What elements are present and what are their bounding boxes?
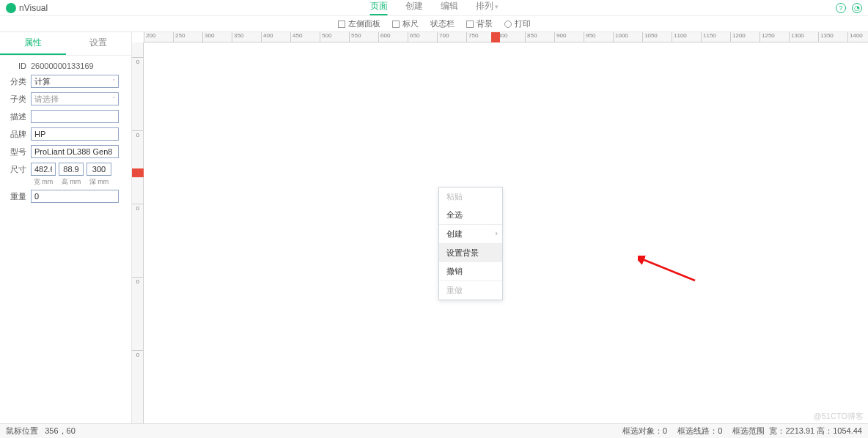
header-icons: ? ◔ bbox=[836, 3, 862, 13]
row-subcategory: 子类 请选择 bbox=[7, 92, 124, 105]
subcategory-label: 子类 bbox=[7, 94, 26, 105]
tool-left-panel[interactable]: 左侧面板 bbox=[338, 18, 380, 29]
app-logo: nVisual bbox=[6, 3, 48, 13]
row-category: 分类 计算 bbox=[7, 75, 124, 88]
tool-background[interactable]: 背景 bbox=[466, 18, 493, 29]
properties-panel: ID 26000000133169 分类 计算 子类 请选择 描述 品牌 型号 bbox=[0, 56, 131, 213]
dim-height-input[interactable] bbox=[59, 163, 84, 176]
category-label: 分类 bbox=[7, 76, 26, 87]
mouse-pos-label: 鼠标位置 bbox=[6, 426, 38, 435]
dim-unit-labels: 宽 mm 高 mm 深 mm bbox=[31, 177, 124, 187]
desc-label: 描述 bbox=[7, 111, 26, 122]
id-label: ID bbox=[7, 62, 26, 70]
tab-page[interactable]: 页面 bbox=[370, 0, 388, 15]
status-bar: 鼠标位置 356，60 框选对象：0 框选线路：0 框选范围 宽：2213.91… bbox=[0, 423, 868, 438]
help-icon[interactable]: ? bbox=[836, 3, 846, 13]
context-menu-item[interactable]: 全选 bbox=[439, 206, 502, 225]
sub-toolbar: 左侧面板 标尺 状态栏 背景 打印 bbox=[0, 16, 868, 32]
model-input[interactable] bbox=[31, 145, 119, 158]
side-tab-settings[interactable]: 设置 bbox=[66, 32, 132, 55]
side-tab-properties[interactable]: 属性 bbox=[0, 32, 66, 55]
desc-input[interactable] bbox=[31, 110, 119, 123]
row-size: 尺寸 bbox=[7, 163, 124, 176]
grid-icon bbox=[466, 21, 474, 28]
brand-label: 品牌 bbox=[7, 129, 26, 140]
row-model: 型号 bbox=[7, 145, 124, 158]
tool-statusbar[interactable]: 状态栏 bbox=[430, 18, 455, 29]
context-menu-item: 重做 bbox=[439, 281, 502, 300]
ruler-horizontal[interactable]: 2002503003504004505005506006507007508008… bbox=[144, 32, 868, 42]
ruler-icon bbox=[392, 21, 400, 28]
subcategory-select[interactable]: 请选择 bbox=[31, 92, 119, 105]
sel-range-value: 宽：2213.91 高：1054.44 bbox=[769, 426, 862, 435]
sel-count-value: 0 bbox=[663, 426, 667, 435]
context-menu-item[interactable]: 创建 bbox=[439, 225, 502, 244]
tab-edit[interactable]: 编辑 bbox=[441, 0, 458, 15]
model-label: 型号 bbox=[7, 146, 26, 157]
row-weight: 重量 bbox=[7, 190, 124, 203]
context-menu: 粘贴全选创建设置背景撤销重做 bbox=[438, 187, 503, 300]
context-menu-item: 粘贴 bbox=[439, 188, 502, 206]
dim-width-input[interactable] bbox=[31, 163, 56, 176]
weight-label: 重量 bbox=[7, 191, 26, 202]
mouse-pos-value: 356，60 bbox=[45, 426, 76, 435]
sidebar: 属性 设置 ID 26000000133169 分类 计算 子类 请选择 描述 … bbox=[0, 32, 132, 423]
user-icon[interactable]: ◔ bbox=[852, 3, 862, 13]
header-bar: nVisual 页面 创建 编辑 排列 ? ◔ bbox=[0, 0, 868, 16]
category-select[interactable]: 计算 bbox=[31, 75, 119, 88]
tab-create[interactable]: 创建 bbox=[405, 0, 423, 15]
canvas[interactable] bbox=[144, 42, 868, 423]
canvas-area: 2002503003504004505005506006507007508008… bbox=[132, 32, 868, 423]
panel-icon bbox=[338, 21, 345, 28]
sel-range-label: 框选范围 bbox=[732, 426, 765, 435]
main-tabs: 页面 创建 编辑 排列 bbox=[370, 0, 499, 15]
brand-input[interactable] bbox=[31, 127, 119, 141]
dim-depth-input[interactable] bbox=[87, 163, 111, 176]
sel-count-label: 框选对象： bbox=[622, 426, 663, 435]
app-name: nVisual bbox=[19, 3, 48, 13]
tab-arrange[interactable]: 排列 bbox=[476, 0, 499, 15]
size-label: 尺寸 bbox=[7, 164, 26, 175]
sel-wires-value: 0 bbox=[718, 426, 722, 435]
weight-input[interactable] bbox=[31, 190, 119, 203]
context-menu-item[interactable]: 撤销 bbox=[439, 262, 502, 281]
row-brand: 品牌 bbox=[7, 127, 124, 141]
logo-icon bbox=[6, 3, 16, 13]
tool-print[interactable]: 打印 bbox=[504, 18, 531, 29]
context-menu-item[interactable]: 设置背景 bbox=[439, 244, 502, 262]
print-icon bbox=[504, 21, 512, 28]
side-tabs: 属性 设置 bbox=[0, 32, 131, 56]
sel-wires-label: 框选线路： bbox=[677, 426, 718, 435]
row-desc: 描述 bbox=[7, 110, 124, 123]
id-value: 26000000133169 bbox=[31, 62, 94, 70]
row-id: ID 26000000133169 bbox=[7, 62, 124, 70]
tool-ruler[interactable]: 标尺 bbox=[392, 18, 419, 29]
ruler-vertical[interactable]: 00000 bbox=[132, 42, 144, 423]
